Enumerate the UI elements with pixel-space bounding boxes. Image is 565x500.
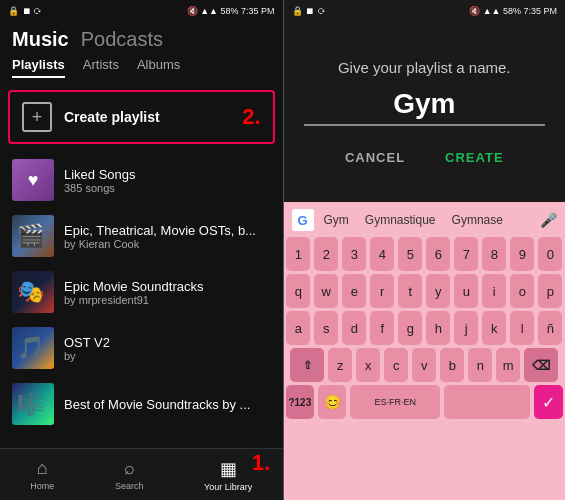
key-k[interactable]: k xyxy=(482,311,506,345)
key-9[interactable]: 9 xyxy=(510,237,534,271)
key-2[interactable]: 2 xyxy=(314,237,338,271)
step1-badge: 1. xyxy=(252,450,270,476)
home-icon: ⌂ xyxy=(37,458,48,479)
bottom-nav: ⌂ Home ⌕ Search ▦ Your Library 1. xyxy=(0,448,283,500)
key-r[interactable]: r xyxy=(370,274,394,308)
key-5[interactable]: 5 xyxy=(398,237,422,271)
bottom-row: ?123 😊 ES·FR·EN ✓ xyxy=(286,385,564,419)
heart-icon: ♥ xyxy=(28,170,39,191)
list-item[interactable]: 🎬 Epic, Theatrical, Movie OSTs, b... by … xyxy=(0,208,283,264)
right-status-bar: 🔒 ⏹ ⟳ 🔇 ▲▲ 58% 7:35 PM xyxy=(284,0,566,22)
liked-songs-thumbnail: ♥ xyxy=(12,159,54,201)
playlist-thumbnail: 🎬 xyxy=(12,215,54,257)
nav-search[interactable]: ⌕ Search xyxy=(115,458,144,491)
sub-nav: Playlists Artists Albums xyxy=(0,55,283,86)
enter-key[interactable]: ✓ xyxy=(534,385,563,419)
key-l[interactable]: l xyxy=(510,311,534,345)
playlist-name: OST V2 xyxy=(64,335,271,350)
playlist-info: Best of Movie Soundtracks by ... xyxy=(64,397,271,412)
list-item[interactable]: 🎼 Best of Movie Soundtracks by ... xyxy=(0,376,283,432)
key-4[interactable]: 4 xyxy=(370,237,394,271)
symbols-key[interactable]: ?123 xyxy=(286,385,315,419)
key-d[interactable]: d xyxy=(342,311,366,345)
create-playlist-label: Create playlist xyxy=(64,109,160,125)
key-1[interactable]: 1 xyxy=(286,237,310,271)
zxcv-row: ⇧ z x c v b n m ⌫ xyxy=(286,348,564,382)
create-button[interactable]: CREATE xyxy=(445,150,503,165)
suggestion-gym[interactable]: Gym xyxy=(318,211,355,229)
key-c[interactable]: c xyxy=(384,348,408,382)
subnav-playlists[interactable]: Playlists xyxy=(12,57,65,78)
music-tab[interactable]: Music xyxy=(12,28,69,51)
list-item[interactable]: ♥ Liked Songs 385 songs xyxy=(0,152,283,208)
suggestion-gymnase[interactable]: Gymnase xyxy=(446,211,509,229)
key-a[interactable]: a xyxy=(286,311,310,345)
key-q[interactable]: q xyxy=(286,274,310,308)
playlist-meta: by mrpresident91 xyxy=(64,294,271,306)
emoji-key[interactable]: 😊 xyxy=(318,385,346,419)
key-y[interactable]: y xyxy=(426,274,450,308)
key-t[interactable]: t xyxy=(398,274,422,308)
playlist-name: Epic Movie Soundtracks xyxy=(64,279,271,294)
key-3[interactable]: 3 xyxy=(342,237,366,271)
key-j[interactable]: j xyxy=(454,311,478,345)
left-status-bar: 🔒 ⏹ ⟳ 🔇 ▲▲ 58% 7:35 PM xyxy=(0,0,283,22)
key-f[interactable]: f xyxy=(370,311,394,345)
subnav-artists[interactable]: Artists xyxy=(83,57,119,78)
playlist-name: Best of Movie Soundtracks by ... xyxy=(64,397,271,412)
key-g[interactable]: g xyxy=(398,311,422,345)
key-z[interactable]: z xyxy=(328,348,352,382)
playlist-thumbnail: 🎭 xyxy=(12,271,54,313)
key-n-tilde[interactable]: ñ xyxy=(538,311,562,345)
playlist-name-input-display[interactable]: Gym xyxy=(304,88,546,126)
key-w[interactable]: w xyxy=(314,274,338,308)
key-v[interactable]: v xyxy=(412,348,436,382)
microphone-icon[interactable]: 🎤 xyxy=(540,212,557,228)
key-7[interactable]: 7 xyxy=(454,237,478,271)
key-0[interactable]: 0 xyxy=(538,237,562,271)
subnav-albums[interactable]: Albums xyxy=(137,57,180,78)
shift-key[interactable]: ⇧ xyxy=(290,348,324,382)
nav-library[interactable]: ▦ Your Library 1. xyxy=(204,458,252,492)
list-item[interactable]: 🎭 Epic Movie Soundtracks by mrpresident9… xyxy=(0,264,283,320)
key-6[interactable]: 6 xyxy=(426,237,450,271)
playlist-name: Epic, Theatrical, Movie OSTs, b... xyxy=(64,223,271,238)
create-playlist-button[interactable]: + Create playlist 2. xyxy=(8,90,275,144)
qwerty-row: q w e r t y u i o p xyxy=(286,274,564,308)
key-n[interactable]: n xyxy=(468,348,492,382)
key-s[interactable]: s xyxy=(314,311,338,345)
space-key[interactable]: ES·FR·EN xyxy=(350,385,440,419)
cancel-button[interactable]: CANCEL xyxy=(345,150,405,165)
asdf-row: a s d f g h j k l ñ xyxy=(286,311,564,345)
podcasts-tab[interactable]: Podcasts xyxy=(81,28,163,51)
search-label: Search xyxy=(115,481,144,491)
key-b[interactable]: b xyxy=(440,348,464,382)
playlist-list: ♥ Liked Songs 385 songs 🎬 Epic, Theatric… xyxy=(0,152,283,448)
key-x[interactable]: x xyxy=(356,348,380,382)
key-u[interactable]: u xyxy=(454,274,478,308)
key-e[interactable]: e xyxy=(342,274,366,308)
search-icon: ⌕ xyxy=(124,458,135,479)
suggestion-gymnastique[interactable]: Gymnastique xyxy=(359,211,442,229)
svg-text:🎼: 🎼 xyxy=(17,390,45,417)
key-m[interactable]: m xyxy=(496,348,520,382)
key-i[interactable]: i xyxy=(482,274,506,308)
playlist-name: Liked Songs xyxy=(64,167,271,182)
key-p[interactable]: p xyxy=(538,274,562,308)
keyboard: G Gym Gymnastique Gymnase 🎤 1 2 3 4 5 6 … xyxy=(284,202,566,500)
svg-text:🎬: 🎬 xyxy=(17,222,45,249)
key-o[interactable]: o xyxy=(510,274,534,308)
library-icon: ▦ xyxy=(220,458,237,480)
delete-key[interactable]: ⌫ xyxy=(524,348,558,382)
step2-badge: 2. xyxy=(242,104,260,130)
playlist-info: OST V2 by xyxy=(64,335,271,362)
svg-text:🎭: 🎭 xyxy=(17,278,45,305)
list-item[interactable]: 🎵 OST V2 by xyxy=(0,320,283,376)
nav-home[interactable]: ⌂ Home xyxy=(30,458,54,491)
key-h[interactable]: h xyxy=(426,311,450,345)
left-panel: 🔒 ⏹ ⟳ 🔇 ▲▲ 58% 7:35 PM Music Podcasts Pl… xyxy=(0,0,283,500)
top-nav: Music Podcasts xyxy=(0,22,283,55)
spacebar[interactable] xyxy=(444,385,530,419)
key-8[interactable]: 8 xyxy=(482,237,506,271)
playlist-info: Liked Songs 385 songs xyxy=(64,167,271,194)
